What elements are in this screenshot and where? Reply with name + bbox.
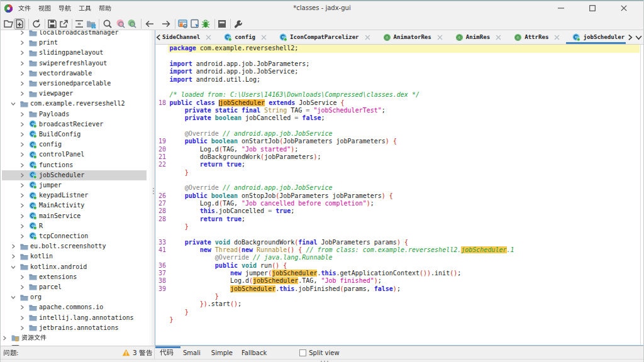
tab-AnimRes[interactable]: AnimRes: [449, 30, 508, 44]
tree-item-config[interactable]: config: [1, 140, 149, 150]
tree-item-MainActivity[interactable]: MainActivity: [1, 200, 149, 211]
open-file-button[interactable]: [4, 19, 14, 29]
tree-item-Payloads[interactable]: Payloads: [1, 109, 149, 119]
tab-scroll-right-icon[interactable]: [627, 35, 633, 40]
minimize-button[interactable]: [545, 1, 577, 15]
tab-SideChannel[interactable]: SideChannel: [162, 30, 218, 44]
class-search-button[interactable]: [127, 19, 137, 29]
tree-item-org[interactable]: org: [1, 292, 149, 302]
tab-close-icon[interactable]: [206, 35, 211, 40]
chevron-right-icon[interactable]: [19, 173, 25, 178]
tab-config[interactable]: config: [218, 30, 273, 44]
tab-jobScheduler[interactable]: jobScheduler: [566, 30, 628, 44]
mode-tab-code[interactable]: [155, 346, 180, 359]
maximize-button[interactable]: [577, 1, 608, 15]
close-button[interactable]: [608, 1, 640, 15]
chevron-right-icon[interactable]: [19, 193, 25, 198]
tree-item-localbroadcastmanager[interactable]: localbroadcastmanager: [1, 30, 149, 38]
tree-item-swiperefreshlayout[interactable]: swiperefreshlayout: [1, 58, 149, 69]
chevron-right-icon[interactable]: [19, 285, 25, 290]
tree-item-vectordrawable[interactable]: vectordrawable: [1, 69, 149, 79]
chevron-right-icon[interactable]: [19, 224, 25, 229]
tree-item-R[interactable]: R: [1, 221, 149, 231]
chevron-down-icon[interactable]: [11, 101, 16, 106]
tree-item-tcpConnection[interactable]: tcpConnection: [1, 231, 149, 241]
tree-item-eu.bolt.screenshotty[interactable]: eu.bolt.screenshotty: [1, 241, 149, 251]
chevron-right-icon[interactable]: [11, 244, 16, 249]
chevron-right-icon[interactable]: [19, 152, 25, 157]
deobfuscation-button[interactable]: [178, 19, 188, 29]
chevron-right-icon[interactable]: [19, 214, 25, 219]
tree-item-print[interactable]: print: [1, 38, 149, 48]
chevron-right-icon[interactable]: [19, 71, 25, 76]
tab-list-dropdown-icon[interactable]: [635, 35, 642, 40]
forward-button[interactable]: [161, 19, 171, 29]
tree-item-kotlin[interactable]: kotlin: [1, 251, 149, 261]
chevron-right-icon[interactable]: [19, 326, 25, 331]
settings-button[interactable]: [233, 19, 243, 29]
chevron-right-icon[interactable]: [19, 61, 25, 66]
export-button[interactable]: [58, 19, 69, 29]
chevron-right-icon[interactable]: [19, 315, 25, 321]
chevron-down-icon[interactable]: [11, 265, 16, 270]
warnings-badge[interactable]: 3: [122, 346, 152, 359]
split-view-checkbox[interactable]: [299, 349, 306, 356]
back-button[interactable]: [145, 19, 155, 29]
chevron-right-icon[interactable]: [19, 305, 25, 310]
chevron-right-icon[interactable]: [19, 142, 25, 147]
tree-item-资源文件[interactable]: [1, 333, 149, 343]
tree-item-extensions[interactable]: extensions: [1, 272, 149, 282]
tab-scroll-left[interactable]: [155, 30, 162, 44]
tree-item-keypadListner[interactable]: keypadListner: [1, 190, 149, 200]
debug-button[interactable]: [201, 19, 211, 29]
chevron-right-icon[interactable]: [19, 81, 25, 86]
tree-item-viewpager[interactable]: viewpager: [1, 89, 149, 99]
mode-tab-simple[interactable]: Simple: [207, 346, 239, 359]
save-all-button[interactable]: [47, 19, 57, 29]
chevron-right-icon[interactable]: [19, 122, 25, 127]
bottom-splitter-grip[interactable]: [321, 361, 330, 362]
text-search-button[interactable]: [116, 19, 126, 29]
reload-button[interactable]: [31, 19, 42, 29]
tree-item-kotlinx.android[interactable]: kotlinx.android: [1, 262, 149, 272]
tab-close-icon[interactable]: [554, 35, 560, 40]
chevron-right-icon[interactable]: [19, 203, 25, 208]
code-area[interactable]: package com.example.reverseshell2;import…: [155, 45, 644, 345]
code-scrollbar[interactable]: [640, 45, 644, 345]
log-viewer-button[interactable]: [217, 19, 227, 29]
quark-button[interactable]: [190, 19, 200, 29]
tab-AttrRes[interactable]: AttrRes: [508, 30, 566, 44]
tree-item-com.example.reverseshell2[interactable]: com.example.reverseshell2: [1, 99, 149, 109]
tree-item-controlPanel[interactable]: controlPanel: [1, 150, 149, 160]
chevron-right-icon[interactable]: [19, 40, 25, 45]
tab-close-icon[interactable]: [261, 35, 267, 40]
tree-item-jobScheduler[interactable]: jobScheduler: [1, 170, 149, 180]
tab-close-icon[interactable]: [365, 35, 370, 40]
tree-item-versionedparcelable[interactable]: versionedparcelable: [1, 79, 149, 89]
tab-close-icon[interactable]: [496, 35, 501, 40]
chevron-right-icon[interactable]: [19, 91, 25, 96]
tab-close-icon[interactable]: [437, 35, 443, 40]
chevron-right-icon[interactable]: [19, 234, 25, 239]
split-view-toggle[interactable]: Split view: [299, 349, 339, 356]
tree-item-jumper[interactable]: jumper: [1, 180, 149, 190]
chevron-right-icon[interactable]: [2, 336, 7, 341]
flatten-packages-button[interactable]: [74, 19, 84, 29]
tree-item-apache.commons.io[interactable]: apache.commons.io: [1, 302, 149, 312]
tree-item-intellij.lang.annotations[interactable]: intellij.lang.annotations: [1, 313, 149, 323]
mode-tab-smali[interactable]: Smali: [180, 346, 207, 359]
chevron-right-icon[interactable]: [11, 254, 16, 259]
chevron-right-icon[interactable]: [19, 50, 25, 55]
tree-item-jetbrains.annotations[interactable]: jetbrains.annotations: [1, 323, 149, 333]
chevron-right-icon[interactable]: [19, 183, 25, 188]
chevron-right-icon[interactable]: [19, 163, 25, 168]
tree-item-mainService[interactable]: mainService: [1, 211, 149, 221]
tree-item-BuildConfig[interactable]: BuildConfig: [1, 129, 149, 140]
tab-IconCompatParcelizer[interactable]: IconCompatParcelizer: [273, 30, 377, 44]
chevron-right-icon[interactable]: [19, 112, 25, 117]
chevron-right-icon[interactable]: [19, 132, 25, 137]
add-files-button[interactable]: [14, 19, 25, 29]
search-button[interactable]: [103, 19, 113, 29]
packages-button[interactable]: [86, 19, 96, 29]
tree-item-parcel[interactable]: parcel: [1, 282, 149, 292]
